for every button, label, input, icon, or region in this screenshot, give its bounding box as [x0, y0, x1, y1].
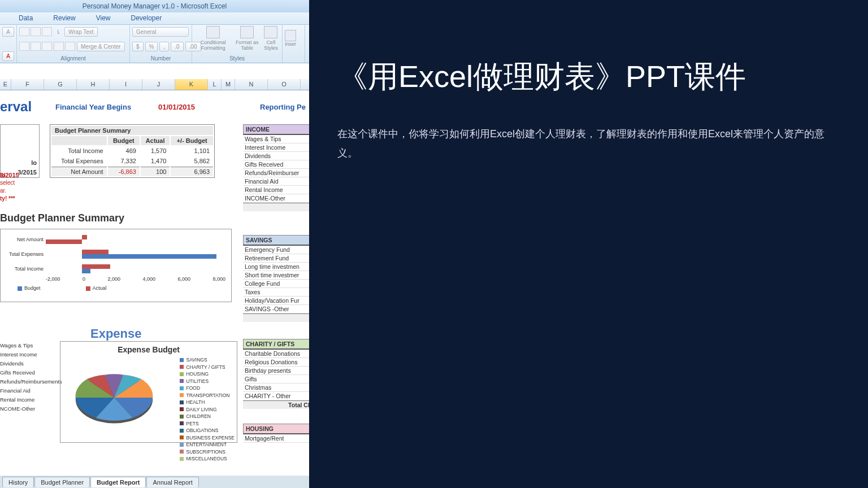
- chart-title: Budget Planner Summary: [0, 212, 124, 224]
- expense-pie-chart: Expense Budget SAVINGS CHARITY / GIFTS H…: [60, 341, 237, 443]
- select-text: select: [0, 180, 15, 186]
- savings-box: SAVINGS Emergency Fund Retirement Fund L…: [243, 235, 309, 322]
- expense-title: Expense: [90, 326, 142, 341]
- comma-icon[interactable]: ,: [159, 42, 169, 51]
- align-left-icon[interactable]: [19, 42, 29, 51]
- col-j[interactable]: J: [142, 79, 175, 90]
- ar-text: ar.: [0, 188, 6, 194]
- col-k[interactable]: K: [175, 79, 208, 90]
- align-center-icon[interactable]: [31, 42, 41, 51]
- column-headers: E F G H I J K L M N O: [0, 79, 309, 90]
- slide-title: 《用Excel做理财表》PPT课件: [337, 56, 840, 96]
- reporting-period-label: Reporting Pe: [260, 103, 306, 111]
- housing-box: HOUSING Mortgage/Rent: [243, 424, 309, 443]
- bps-title: Budget Planner Summary: [51, 126, 213, 135]
- income-box: INCOME Wages & Tips Interest Income Divi…: [243, 124, 309, 211]
- window-title: Personal Money Manager v1.0 - Microsoft …: [0, 0, 309, 12]
- menubar: Data Review View Developer: [0, 12, 309, 25]
- col-h[interactable]: H: [77, 79, 110, 90]
- charity-box: CHARITY / GIFTS Charitable Donations Rel…: [243, 339, 309, 409]
- slide-content: 《用Excel做理财表》PPT课件 在这个课件中，你将学习如何利用Excel创建…: [309, 0, 868, 488]
- col-m[interactable]: M: [222, 79, 235, 90]
- align-top-icon[interactable]: [19, 27, 29, 36]
- group-alignment: Alignment: [19, 55, 127, 62]
- format-table-button[interactable]: Format as Table: [234, 26, 261, 51]
- col-e[interactable]: E: [0, 79, 11, 90]
- align-right-icon[interactable]: [42, 42, 52, 51]
- col-f[interactable]: F: [11, 79, 44, 90]
- ribbon: A A ⤹Wrap Text Merge & Center Alignment …: [0, 25, 309, 63]
- font-color-icon[interactable]: A: [2, 51, 14, 61]
- tab-annual-report[interactable]: Annual Report: [146, 477, 198, 487]
- menu-data[interactable]: Data: [8, 12, 43, 24]
- group-number: Number: [132, 55, 189, 62]
- group-styles: Styles: [194, 55, 280, 62]
- menu-review[interactable]: Review: [43, 12, 85, 24]
- fy-begins-label: Financial Year Begins: [55, 103, 131, 111]
- font-grow-icon[interactable]: A: [2, 27, 14, 37]
- slide-body: 在这个课件中，你将学习如何利用Excel创建个人理财表，了解理财表的作用和使用E…: [337, 124, 840, 163]
- currency-icon[interactable]: $: [132, 42, 144, 51]
- excel-screenshot: Personal Money Manager v1.0 - Microsoft …: [0, 0, 309, 488]
- budget-summary-table: Budget Planner Summary BudgetActual+/- B…: [50, 124, 215, 178]
- menu-view[interactable]: View: [86, 12, 121, 24]
- col-o[interactable]: O: [268, 79, 301, 90]
- sheet-tabs: History Budget Planner Budget Report Ann…: [0, 476, 309, 488]
- col-n[interactable]: N: [235, 79, 268, 90]
- pie-legend: SAVINGS CHARITY / GIFTS HOUSING UTILITIE…: [180, 356, 235, 463]
- menu-developer[interactable]: Developer: [121, 12, 172, 24]
- bar-chart: Net Amount Total Expenses Total Income -…: [0, 229, 232, 302]
- insert-button[interactable]: Inser: [285, 30, 296, 47]
- cond-format-button[interactable]: Conditional Formatting: [194, 26, 232, 51]
- number-format-select[interactable]: General: [132, 27, 189, 37]
- indent-dec-icon[interactable]: [54, 42, 64, 51]
- interval-label: erval: [0, 99, 32, 115]
- indent-inc-icon[interactable]: [65, 42, 75, 51]
- dec-inc-icon[interactable]: .0: [171, 42, 183, 51]
- cell-styles-button[interactable]: Cell Styles: [262, 26, 280, 51]
- income-cat-list: Wages & Tips Interest Income Dividends G…: [0, 341, 62, 413]
- col-l[interactable]: L: [208, 79, 222, 90]
- ty-text: ty! ***: [0, 195, 15, 202]
- col-g[interactable]: G: [44, 79, 77, 90]
- worksheet: erval Financial Year Begins 01/01/2015 R…: [0, 90, 309, 452]
- tab-budget-report[interactable]: Budget Report: [90, 477, 146, 487]
- tab-budget-planner[interactable]: Budget Planner: [34, 477, 90, 487]
- fy-date: 01/01/2015: [158, 103, 195, 111]
- col-i[interactable]: I: [110, 79, 142, 90]
- align-mid-icon[interactable]: [31, 27, 41, 36]
- orient-icon[interactable]: ⤹: [54, 29, 63, 35]
- align-bot-icon[interactable]: [42, 27, 52, 36]
- wrap-text-button[interactable]: Wrap Text: [64, 27, 98, 37]
- merge-center-button[interactable]: Merge & Center: [77, 42, 125, 51]
- tab-history[interactable]: History: [2, 477, 34, 487]
- percent-icon[interactable]: %: [145, 42, 158, 51]
